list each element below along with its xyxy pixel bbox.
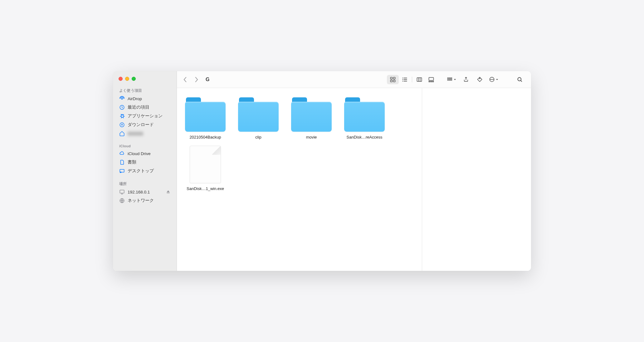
- file-label: clip: [255, 135, 261, 139]
- svg-rect-19: [449, 78, 450, 79]
- sidebar-item-label: デスクトップ: [128, 168, 154, 174]
- sidebar-item-label: ダウンロード: [128, 122, 154, 128]
- file-icon: [190, 146, 221, 183]
- svg-point-23: [479, 78, 480, 79]
- sidebar-item-desktop[interactable]: デスクトップ: [113, 167, 177, 175]
- view-mode-group: [387, 75, 437, 84]
- sidebar-item-downloads[interactable]: ダウンロード: [113, 120, 177, 129]
- file-item[interactable]: SanDisk…1_win.exe: [179, 143, 232, 191]
- share-button[interactable]: [460, 75, 471, 84]
- svg-point-0: [121, 98, 123, 100]
- folder-item[interactable]: movie: [285, 94, 338, 139]
- svg-rect-22: [451, 79, 452, 80]
- apps-icon: [119, 113, 125, 119]
- file-label: SanDisk…reAccess: [347, 135, 383, 139]
- cloud-icon: [119, 151, 125, 156]
- sidebar-section-icloud: iCloud: [113, 142, 177, 149]
- sidebar-item-label: アプリケーション: [128, 113, 163, 119]
- svg-rect-15: [431, 81, 432, 82]
- maximize-button[interactable]: [132, 77, 136, 81]
- folder-icon: [185, 97, 226, 132]
- folder-item[interactable]: SanDisk…reAccess: [338, 94, 391, 139]
- svg-rect-20: [449, 79, 450, 80]
- folder-item[interactable]: clip: [232, 94, 285, 139]
- sidebar: よく使う項目 AirDrop 最近の項目 アプリケーション ダウンロード iCl…: [113, 71, 177, 271]
- sidebar-item-network[interactable]: ネットワーク: [113, 196, 177, 205]
- view-icons-button[interactable]: [387, 75, 399, 84]
- folder-icon: [291, 97, 332, 132]
- sidebar-item-label-blurred: [128, 132, 143, 136]
- sidebar-item-applications[interactable]: アプリケーション: [113, 112, 177, 120]
- tags-button[interactable]: [474, 75, 485, 84]
- search-button[interactable]: [514, 75, 525, 84]
- sidebar-item-server[interactable]: 192.168.0.1: [113, 188, 177, 196]
- sidebar-item-airdrop[interactable]: AirDrop: [113, 94, 177, 103]
- toolbar: G: [177, 71, 531, 88]
- svg-rect-16: [432, 81, 433, 82]
- sidebar-item-label: ネットワーク: [128, 198, 154, 203]
- file-label: movie: [306, 135, 317, 139]
- svg-rect-5: [120, 190, 124, 193]
- content-wrap: 20210504Backup clip movie SanDisk…reAcce…: [177, 88, 531, 271]
- svg-rect-11: [393, 80, 395, 82]
- window-title: G: [206, 77, 209, 82]
- svg-rect-17: [447, 78, 448, 79]
- svg-point-26: [492, 79, 492, 80]
- svg-rect-9: [393, 77, 395, 79]
- globe-icon: [119, 198, 125, 203]
- document-icon: [119, 159, 125, 165]
- actions-button[interactable]: [488, 75, 500, 84]
- sidebar-item-label: 書類: [128, 159, 136, 165]
- desktop-icon: [119, 168, 125, 174]
- finder-window: よく使う項目 AirDrop 最近の項目 アプリケーション ダウンロード iCl…: [113, 71, 531, 271]
- chevron-down-icon: [453, 78, 456, 81]
- svg-rect-21: [451, 78, 452, 79]
- file-area[interactable]: 20210504Backup clip movie SanDisk…reAcce…: [177, 88, 422, 271]
- svg-rect-13: [429, 77, 434, 80]
- svg-rect-8: [391, 77, 393, 79]
- download-icon: [119, 122, 125, 128]
- sidebar-item-documents[interactable]: 書類: [113, 158, 177, 167]
- monitor-icon: [119, 189, 125, 195]
- file-label: 20210504Backup: [189, 135, 221, 139]
- sidebar-section-favorites: よく使う項目: [113, 86, 177, 94]
- sidebar-item-icloud-drive[interactable]: iCloud Drive: [113, 149, 177, 158]
- back-button[interactable]: [183, 76, 188, 83]
- minimize-button[interactable]: [125, 77, 129, 81]
- svg-rect-18: [447, 79, 448, 80]
- sidebar-item-home[interactable]: [113, 129, 177, 138]
- svg-point-27: [493, 79, 494, 80]
- main-area: G: [177, 71, 531, 271]
- clock-icon: [119, 105, 125, 110]
- sidebar-section-locations: 場所: [113, 180, 177, 188]
- folder-item[interactable]: 20210504Backup: [179, 94, 232, 139]
- folder-icon: [344, 97, 385, 132]
- eject-icon[interactable]: [166, 190, 170, 194]
- view-columns-button[interactable]: [413, 75, 425, 84]
- view-list-button[interactable]: [399, 75, 411, 84]
- airdrop-icon: [119, 96, 125, 101]
- svg-point-25: [490, 79, 491, 80]
- svg-rect-14: [429, 81, 430, 82]
- forward-button[interactable]: [194, 76, 199, 83]
- folder-icon: [238, 97, 279, 132]
- preview-panel: [422, 88, 531, 271]
- window-controls: [113, 77, 177, 86]
- home-icon: [119, 131, 125, 136]
- sidebar-item-label: AirDrop: [128, 96, 142, 101]
- group-by-button[interactable]: [445, 75, 458, 84]
- chevron-down-icon: [495, 78, 499, 81]
- sidebar-item-label: 192.168.0.1: [128, 190, 150, 194]
- sidebar-item-label: iCloud Drive: [128, 151, 151, 156]
- file-label: SanDisk…1_win.exe: [187, 186, 224, 191]
- close-button[interactable]: [119, 77, 123, 81]
- sidebar-item-label: 最近の項目: [128, 105, 149, 110]
- svg-rect-12: [417, 78, 422, 81]
- svg-rect-10: [391, 80, 393, 82]
- sidebar-item-recents[interactable]: 最近の項目: [113, 103, 177, 112]
- view-gallery-button[interactable]: [425, 75, 437, 84]
- svg-rect-6: [167, 193, 169, 193]
